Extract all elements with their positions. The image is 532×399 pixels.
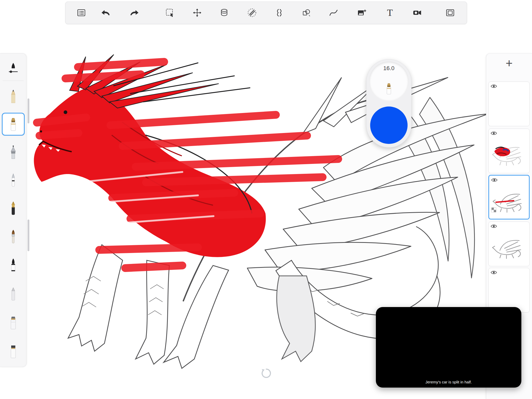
airbrush-icon (7, 145, 19, 160)
layout-list-icon (77, 8, 86, 17)
brush-puck-tool-icon (384, 82, 394, 95)
tool-flat-marker[interactable] (4, 313, 23, 332)
brush-puck[interactable]: 16.0 (366, 59, 411, 148)
symmetry-button[interactable] (273, 6, 285, 19)
video-camera-icon (412, 8, 422, 17)
camera-button[interactable] (411, 6, 423, 19)
paintbrush-icon (7, 229, 19, 244)
chisel-marker-icon (7, 344, 19, 359)
undo-button[interactable] (99, 6, 112, 19)
layer-card-1[interactable] (488, 268, 530, 312)
marker-icon (7, 117, 19, 132)
ink-brush-icon (7, 258, 19, 273)
add-layer-button[interactable]: + (486, 57, 532, 69)
layer-visibility-eye-icon[interactable] (491, 178, 497, 182)
transform-move-icon (192, 8, 202, 17)
layer-thumbnail-lineart-red (491, 185, 528, 217)
fill-button[interactable] (218, 6, 230, 19)
pastel-pencil-icon (7, 286, 19, 301)
redo-icon (129, 8, 139, 17)
layer-visibility-eye-icon[interactable] (491, 84, 497, 89)
flat-marker-icon (7, 315, 19, 330)
tool-fountain-pen[interactable] (4, 199, 23, 218)
import-image-button[interactable] (356, 6, 368, 19)
layer-visibility-eye-icon[interactable] (491, 224, 497, 229)
pip-caption: Jeremy's car is split in half. (376, 380, 521, 384)
layer-visibility-eye-icon[interactable] (491, 270, 497, 275)
marquee-select-button[interactable] (164, 6, 176, 19)
brush-color-swatch[interactable] (370, 107, 408, 144)
layer-card-2[interactable] (488, 222, 530, 266)
ruler-button[interactable] (246, 6, 258, 19)
layout-list-button[interactable] (75, 6, 88, 19)
import-image-icon (357, 8, 367, 17)
shape-button[interactable] (300, 6, 312, 19)
palette-scrollbar[interactable] (28, 98, 29, 123)
tool-ballpoint-pen[interactable] (4, 171, 23, 189)
fountain-pen-icon (7, 201, 19, 216)
layer-card-4[interactable] (488, 129, 530, 173)
pencil-icon (7, 89, 19, 104)
palette-scrollbar[interactable] (28, 220, 29, 251)
fill-cylinder-icon (220, 8, 229, 17)
tool-ink-brush[interactable] (4, 256, 23, 275)
fullscreen-canvas-icon (445, 8, 455, 17)
tool-brush-settings[interactable] (4, 59, 23, 77)
stroke-button[interactable] (327, 6, 340, 19)
text-tool-icon: T (387, 8, 393, 17)
redo-button[interactable] (128, 6, 141, 19)
undo-icon (101, 8, 111, 17)
layer-thumbnail-lineart (491, 232, 527, 263)
layer-card-3-selected[interactable] (488, 175, 530, 220)
layer-thumbnail-scribbles (491, 139, 527, 170)
tool-chisel-marker[interactable] (4, 342, 23, 361)
pip-video-overlay[interactable]: Jeremy's car is split in half. (376, 307, 521, 388)
symmetry-icon (275, 8, 284, 17)
layer-lock-icon (491, 207, 496, 212)
brush-settings-icon (7, 61, 19, 75)
ballpoint-pen-icon (7, 172, 19, 188)
stroke-curve-icon (329, 8, 338, 17)
shape-icon (302, 8, 311, 17)
layer-visibility-eye-icon[interactable] (491, 131, 497, 136)
tool-palette (0, 53, 26, 367)
rotate-canvas-icon[interactable] (261, 368, 272, 379)
transform-move-button[interactable] (191, 6, 203, 19)
layer-card-5[interactable] (488, 82, 530, 126)
text-tool-button[interactable]: T (384, 6, 396, 19)
brush-size-value: 16.0 (366, 65, 411, 72)
tool-paintbrush[interactable] (4, 227, 23, 246)
tool-marker[interactable] (4, 115, 23, 134)
fullscreen-button[interactable] (444, 6, 456, 19)
tool-pastel-pencil[interactable] (4, 284, 23, 303)
palette-divider (3, 81, 24, 81)
tool-airbrush[interactable] (4, 143, 23, 162)
marquee-select-icon (165, 8, 175, 18)
ruler-icon (247, 8, 257, 18)
top-toolbar: T (65, 2, 467, 24)
tool-pencil[interactable] (4, 87, 23, 106)
sketch-app-window: { "top_toolbar": { "icons": ["layout-lis… (0, 0, 532, 399)
